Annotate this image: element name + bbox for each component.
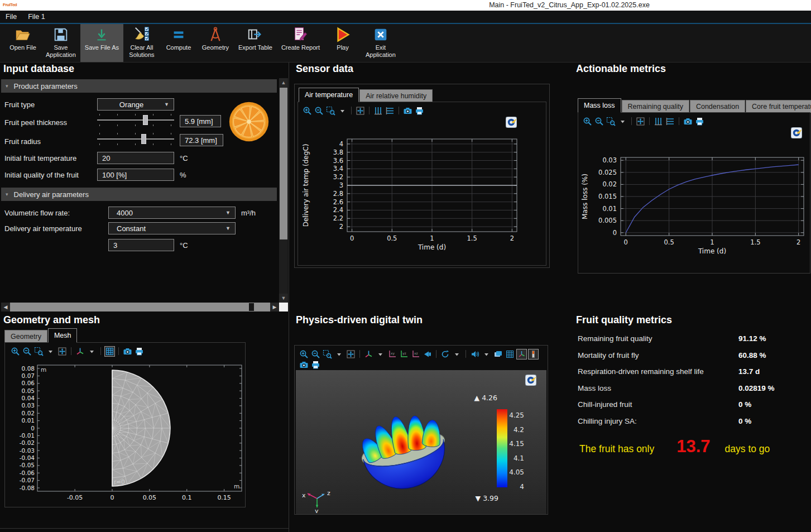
axis-triad-icon[interactable]	[75, 347, 85, 356]
toolbar-button-geometry[interactable]: Geometry	[197, 24, 234, 62]
vertical-scrollbar[interactable]: ▲ ▼	[279, 78, 288, 303]
toolbar-button-save-application[interactable]: Save Application	[41, 24, 80, 62]
view-xy-icon[interactable]: xy	[387, 349, 397, 359]
delivery-temp-value-input[interactable]: 3	[108, 239, 174, 251]
print-icon[interactable]	[135, 347, 144, 356]
zoom-box-icon[interactable]	[34, 347, 44, 356]
toolbar-button-clear-all-solutions[interactable]: Clear All Solutions	[123, 24, 160, 62]
zoom-box-icon[interactable]	[606, 117, 616, 126]
caret-down-icon[interactable]	[338, 106, 347, 116]
initial-quality-input[interactable]: 100 [%]	[97, 169, 174, 181]
caret-down-icon[interactable]	[376, 349, 385, 359]
mass-loss-chart[interactable]: 00.0050.010.0150.020.0250.0300.511.52Mas…	[579, 137, 810, 271]
peel-thickness-value[interactable]: 5.9 [mm]	[180, 115, 221, 127]
toolbar-button-create-report[interactable]: Create Report	[277, 24, 324, 62]
zoom-out-icon[interactable]	[594, 117, 604, 126]
horizontal-scroll-thumb[interactable]	[249, 303, 254, 311]
section-product-parameters[interactable]: ▾ Product parameters	[1, 79, 277, 93]
zoom-extents-icon[interactable]	[356, 106, 365, 116]
initial-temp-input[interactable]: 20	[97, 152, 174, 164]
zoom-out-icon[interactable]	[314, 106, 324, 116]
y-grid-icon[interactable]	[373, 106, 383, 116]
print-icon[interactable]	[415, 106, 424, 116]
tab-remaining-quality[interactable]: Remaining quality	[622, 100, 689, 113]
scroll-right-arrow[interactable]: ▶	[270, 303, 279, 311]
air-temperature-chart[interactable]: 22.22.42.62.833.23.43.63.8400.511.52Deli…	[299, 126, 546, 265]
digital-twin-scene[interactable]: ▲ 4.26 4.254.24.154.14.054 ▼ 3.99 xyz	[296, 370, 546, 514]
zoom-in-icon[interactable]	[299, 349, 309, 359]
zoom-in-icon[interactable]	[11, 347, 20, 356]
scroll-left-arrow[interactable]: ◀	[1, 303, 10, 311]
toolbar-button-label: Create Report	[281, 44, 320, 51]
menu-item-file-1[interactable]: File 1	[22, 11, 51, 23]
camera-icon[interactable]	[123, 347, 132, 356]
view-xz-icon[interactable]: xz	[411, 349, 420, 359]
zoom-extents-icon[interactable]	[346, 349, 356, 359]
zoom-out-icon[interactable]	[22, 347, 32, 356]
mesh-toggle-icon[interactable]	[105, 347, 114, 356]
view-yz-icon[interactable]: yz	[399, 349, 409, 359]
x-grid-icon[interactable]	[385, 106, 395, 116]
tab-geometry[interactable]: Geometry	[4, 330, 47, 343]
zoom-in-icon[interactable]	[583, 117, 592, 126]
camera-icon[interactable]	[299, 360, 309, 370]
fruit-radius-value[interactable]: 72.3 [mm]	[180, 134, 223, 146]
print-icon[interactable]	[311, 360, 320, 370]
camera-icon[interactable]	[683, 117, 693, 126]
toolbar-button-save-file-as[interactable]: Save File As	[80, 24, 123, 62]
print-icon[interactable]	[695, 117, 704, 126]
toolbar-button-compute[interactable]: Compute	[160, 24, 197, 62]
toolbar-button-open-file[interactable]: Open File	[4, 24, 41, 62]
zoom-box-icon[interactable]	[326, 106, 335, 116]
caret-down-icon[interactable]	[334, 349, 344, 359]
zoom-extents-icon[interactable]	[57, 347, 67, 356]
colorbar-tick-label: 4	[520, 483, 524, 491]
rotate-icon[interactable]	[440, 349, 450, 359]
perspective-icon[interactable]	[423, 349, 432, 359]
x-grid-icon[interactable]	[665, 117, 675, 126]
axes-box-icon[interactable]	[517, 349, 526, 359]
axis-triad-icon[interactable]	[364, 349, 373, 359]
tab-core-fruit-temperature[interactable]: Core fruit temperature	[746, 100, 811, 113]
delivery-temp-select[interactable]: Constant ▼	[108, 222, 236, 234]
caret-down-icon[interactable]	[87, 347, 97, 356]
y-grid-icon[interactable]	[654, 117, 663, 126]
peel-thickness-slider[interactable]	[97, 113, 174, 127]
vertical-scroll-thumb[interactable]	[280, 88, 287, 239]
toolbar-button-play[interactable]: Play	[324, 24, 361, 62]
tab-condensation[interactable]: Condensation	[690, 100, 745, 113]
horizontal-scrollbar[interactable]	[10, 303, 270, 311]
slider-thumb[interactable]	[141, 134, 146, 144]
grid-3d-icon[interactable]	[505, 349, 515, 359]
zoom-extents-icon[interactable]	[636, 117, 645, 126]
zoom-out-icon[interactable]	[311, 349, 320, 359]
toolbar-button-exit-application[interactable]: Exit Application	[361, 24, 400, 62]
tab-air-relative-humidity[interactable]: Air relative humidity	[359, 89, 433, 102]
delivery-temp-value-unit: °C	[180, 241, 188, 250]
geometry-icon	[207, 26, 224, 43]
zoom-box-icon[interactable]	[323, 349, 332, 359]
tab-air-temperature[interactable]: Air temperature	[299, 88, 359, 102]
camera-icon[interactable]	[403, 106, 412, 116]
metric-label: Mass loss	[578, 384, 738, 392]
scroll-down-arrow[interactable]: ▼	[279, 294, 288, 303]
flow-rate-select[interactable]: 4000 ▼	[108, 207, 236, 219]
caret-down-icon[interactable]	[618, 117, 627, 126]
scene-3d-icon[interactable]	[493, 349, 503, 359]
zoom-in-icon[interactable]	[303, 106, 312, 116]
scroll-up-arrow[interactable]: ▲	[279, 78, 288, 87]
caret-down-icon[interactable]	[452, 349, 462, 359]
section-delivery-air-parameters[interactable]: ▾ Delivery air parameters	[1, 188, 277, 201]
caret-down-icon[interactable]	[46, 347, 55, 356]
mesh-plot-canvas[interactable]: 0.080.070.060.050.040.030.020.010-0.01-0…	[5, 358, 245, 507]
tab-mesh[interactable]: Mesh	[48, 328, 78, 343]
fruit-type-select[interactable]: Orange ▼	[97, 98, 174, 111]
caret-down-icon[interactable]	[482, 349, 491, 359]
slider-thumb[interactable]	[143, 115, 148, 125]
tab-mass-loss[interactable]: Mass loss	[578, 98, 621, 113]
colorbar-box-icon[interactable]	[529, 349, 538, 359]
fruit-radius-slider[interactable]	[97, 132, 174, 146]
toolbar-button-export-table[interactable]: Export Table	[234, 24, 277, 62]
transparency-box-icon[interactable]	[470, 349, 479, 359]
menu-item-file[interactable]: File	[0, 11, 22, 23]
